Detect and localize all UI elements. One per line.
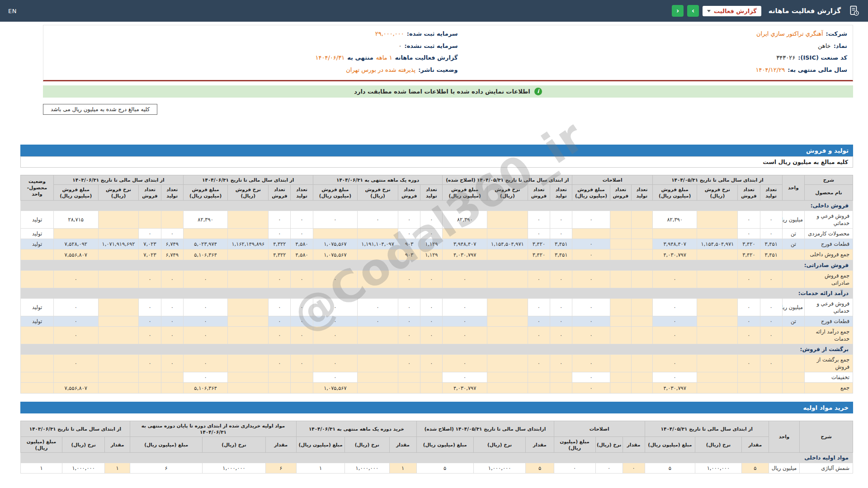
value-cell (269, 372, 291, 383)
value-cell (697, 372, 738, 383)
column-header: مبلغ فروش (میلیون ریال) (54, 184, 99, 200)
value-cell: ۰ (738, 355, 760, 372)
value-cell (228, 383, 269, 393)
chevron-right-icon: › (692, 7, 694, 15)
value-cell: ۰ (738, 298, 760, 316)
value-cell: ۰ (572, 372, 610, 383)
value-cell: ۰ (550, 355, 572, 372)
value-cell: ۰ (161, 316, 183, 326)
value-cell: ۰ (572, 211, 610, 229)
field-value: ۱۴۰۴/۰۶/۳۱ (316, 52, 345, 64)
column-header: تعداد فروش (528, 184, 550, 200)
value-cell (610, 249, 631, 260)
unit-cell (782, 355, 804, 372)
value-cell (139, 383, 161, 393)
chevron-down-icon (707, 10, 711, 12)
column-group-header: اصلاحات (554, 421, 645, 436)
value-cell (487, 383, 528, 393)
value-cell: ۳,۹۴۸,۴۰۷ (443, 239, 487, 249)
column-header: تعداد تولید (631, 184, 652, 200)
table-row: جمع برگشت از فروش۰۰۰۰۰۰۰۰۰۰۰۰۰۰۰۰ (21, 355, 853, 372)
company-name-link[interactable]: آهنگري تراكتور سازي ايران (756, 28, 823, 40)
section-label: برگشت از فروش: (21, 344, 853, 355)
table-row: جمع درآمد ارائه خدمات۰۰۰۰۰۰۰۰۰۰۰۰۰۰۰۰ (21, 327, 853, 344)
desc-column-header: شرح (800, 421, 853, 453)
value-cell: ۴,۳۲۲ (269, 239, 291, 249)
value-cell: ۰ (269, 298, 291, 316)
production-sales-table: شرحواحداز ابتدای سال مالی تا تاریخ ۱۴۰۴/… (20, 175, 853, 394)
value-cell (487, 211, 528, 229)
field-fiscal-year-end: سال مالی منتهی به: ۱۴۰۴/۱۲/۲۹ (458, 64, 847, 76)
value-cell (358, 327, 398, 344)
field-issuer-status: وضعیت ناشر: پذيرفته شده در بورس تهران (49, 64, 458, 76)
value-cell: ۰ (528, 211, 550, 229)
value-cell: ۰ (398, 327, 420, 344)
column-header: تعداد تولید (161, 184, 183, 200)
value-cell: ۷,۰۲۳ (139, 239, 161, 249)
value-cell (610, 383, 631, 393)
status-cell (21, 270, 54, 288)
value-cell: ۵,۰۲۳,۹۷۴ (183, 239, 228, 249)
column-group-header: دوره یک ماهه منتهی به ۱۴۰۴/۰۶/۳۱ (313, 175, 443, 184)
product-name-cell: محصولات کارمزدی (804, 229, 853, 239)
value-cell: ۰ (572, 249, 610, 260)
value-cell (631, 355, 652, 372)
value-cell: ۱ (21, 463, 62, 474)
value-cell: ۴,۰۳۰,۷۹۷ (443, 249, 487, 260)
value-cell (228, 298, 269, 316)
value-cell: ۰ (554, 463, 595, 474)
value-cell (738, 383, 760, 393)
value-cell (631, 211, 652, 229)
value-cell: ۶ (265, 463, 297, 474)
language-toggle-en[interactable]: EN (8, 8, 17, 14)
value-cell: ۰ (313, 270, 357, 288)
value-cell: ۰ (139, 316, 161, 326)
status-cell: تولید (21, 229, 54, 239)
field-value: ۱۴۰۴/۱۲/۲۹ (756, 64, 785, 76)
table-section-row: مواد اولیه داخلی (21, 453, 853, 463)
value-cell (697, 270, 738, 288)
value-cell: ۰ (183, 298, 228, 316)
info-icon: i (534, 88, 542, 95)
value-cell (228, 372, 269, 383)
column-header: تعداد فروش (139, 184, 161, 200)
value-cell: ۰ (420, 355, 443, 372)
next-report-button[interactable]: › (687, 5, 699, 17)
value-cell (54, 372, 99, 383)
product-name-column-header: نام محصول (804, 184, 853, 200)
value-cell: ۷,۰۲۳ (139, 249, 161, 260)
table-row: جمع فروش داخلی۳,۴۵۱۳,۴۲۰۴,۰۳۰,۷۹۷۰۳,۴۵۱۳… (21, 249, 853, 260)
value-cell (487, 229, 528, 239)
value-cell: ۰ (528, 270, 550, 288)
column-group-header: از ابتدای سال مالی تا تاریخ ۱۴۰۳/۰۶/۳۱ (21, 421, 130, 436)
column-header: مقدار (265, 436, 297, 452)
column-header: نرخ (ریال) (203, 436, 265, 452)
value-cell: ۰ (358, 298, 398, 316)
table-subtitle: کلیه مبالغ به میلیون ریال است (20, 156, 853, 168)
value-cell (487, 249, 528, 260)
value-cell: ۰ (760, 211, 782, 229)
value-cell: ۳,۴۲۰ (528, 249, 550, 260)
unit-cell: تن (782, 316, 804, 326)
value-cell: ۰ (313, 298, 357, 316)
value-cell: ۱,۱۲۹ (420, 239, 443, 249)
value-cell: ۰ (183, 355, 228, 372)
report-type-dropdown[interactable]: گزارش فعالیت (703, 6, 761, 16)
unit-cell: میلیون ریال (769, 463, 800, 474)
column-header: تعداد فروش (398, 184, 420, 200)
column-header: نرخ فروش (ریال) (697, 184, 738, 200)
value-cell: ۰ (358, 316, 398, 326)
company-info-right-column: شرکت: آهنگري تراكتور سازي ايران نماد: خا… (458, 28, 847, 76)
field-symbol: نماد: خاهن (458, 40, 847, 52)
value-cell (98, 298, 139, 316)
status-cell: تولید (21, 211, 54, 229)
column-header: تعداد تولید (760, 184, 782, 200)
value-cell: ۰ (54, 355, 99, 372)
value-cell (631, 383, 652, 393)
value-cell: ۷,۵۵۶,۸۰۷ (54, 249, 99, 260)
value-cell: ۰ (313, 316, 357, 326)
previous-report-button[interactable]: ‹ (672, 5, 684, 17)
value-cell: ۰ (738, 211, 760, 229)
company-info-panel: شرکت: آهنگري تراكتور سازي ايران نماد: خا… (43, 25, 853, 81)
value-cell (760, 372, 782, 383)
